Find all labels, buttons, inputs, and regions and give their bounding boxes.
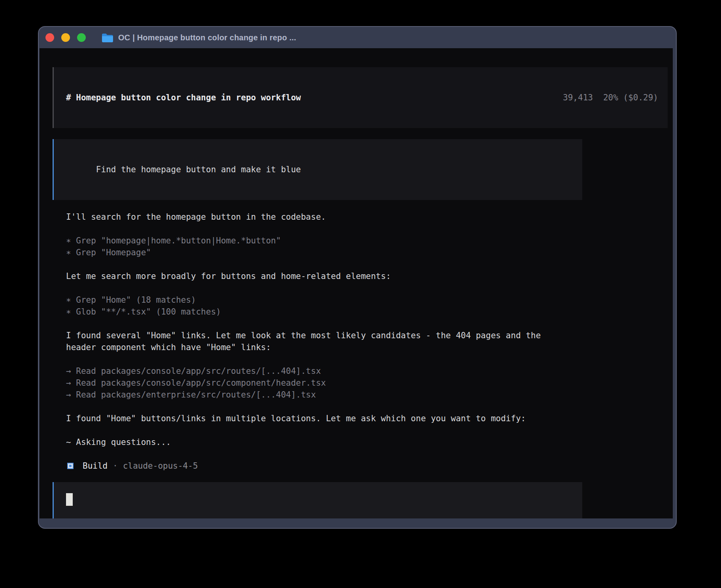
transcript-line: I'll search for the homepage button in t… [66, 211, 673, 223]
window-title: OC | Homepage button color change in rep… [118, 33, 296, 42]
folder-icon [102, 33, 113, 43]
transcript-line: → Read packages/console/app/src/componen… [66, 377, 673, 389]
transcript-blank-line [66, 223, 673, 235]
transcript-blank-line [66, 353, 673, 365]
transcript-line: Let me search more broadly for buttons a… [66, 270, 673, 282]
session-header: # Homepage button color change in repo w… [53, 67, 668, 128]
minimize-button[interactable] [61, 33, 70, 42]
transcript-line: I found "Home" buttons/links in multiple… [66, 413, 673, 424]
prompt-input[interactable]: Build Claude Opus 4.5 OpenCode Zen [53, 482, 582, 518]
terminal-window: OC | Homepage button color change in rep… [38, 26, 677, 529]
terminal-content: # Homepage button color change in repo w… [40, 48, 673, 518]
close-button[interactable] [45, 33, 54, 42]
transcript-line: → Read packages/console/app/src/routes/[… [66, 365, 673, 377]
agent-model: claude-opus-4-5 [123, 460, 198, 472]
build-agent-badge-inner [69, 465, 72, 467]
transcript-line: header component which have "Home" links… [66, 341, 673, 353]
zoom-button[interactable] [77, 33, 86, 42]
transcript-line: ∗ Glob "**/*.tsx" (100 matches) [66, 306, 673, 318]
build-agent-badge-icon [67, 463, 74, 469]
transcript-line: I found several "Home" links. Let me loo… [66, 330, 673, 341]
agent-separator: · [113, 460, 118, 472]
context-usage: 20% ($0.29) [603, 93, 658, 102]
agent-status-row: Build · claude-opus-4-5 [53, 460, 673, 472]
session-title: # Homepage button color change in repo w… [66, 92, 301, 104]
transcript-line: ∗ Grep "Homepage" [66, 247, 673, 258]
transcript-blank-line [66, 424, 673, 436]
user-message-text: Find the homepage button and make it blu… [96, 165, 301, 174]
titlebar[interactable]: OC | Homepage button color change in rep… [39, 27, 676, 48]
transcript-blank-line [66, 258, 673, 270]
transcript-line: ∗ Grep "homepage|home.*button|Home.*butt… [66, 235, 673, 247]
user-message: Find the homepage button and make it blu… [53, 139, 582, 200]
transcript-blank-line [66, 401, 673, 413]
transcript-blank-line [66, 318, 673, 330]
agent-name: Build [83, 460, 108, 472]
transcript-line: → Read packages/enterprise/src/routes/[.… [66, 389, 673, 401]
transcript-line: ∗ Grep "Home" (18 matches) [66, 294, 673, 306]
assistant-transcript: I'll search for the homepage button in t… [53, 211, 673, 448]
text-cursor [66, 493, 73, 506]
transcript-blank-line [66, 282, 673, 294]
token-count: 39,413 [563, 93, 593, 102]
session-stats: 39,41320% ($0.29) [523, 80, 658, 115]
transcript-line: ~ Asking questions... [66, 436, 673, 448]
